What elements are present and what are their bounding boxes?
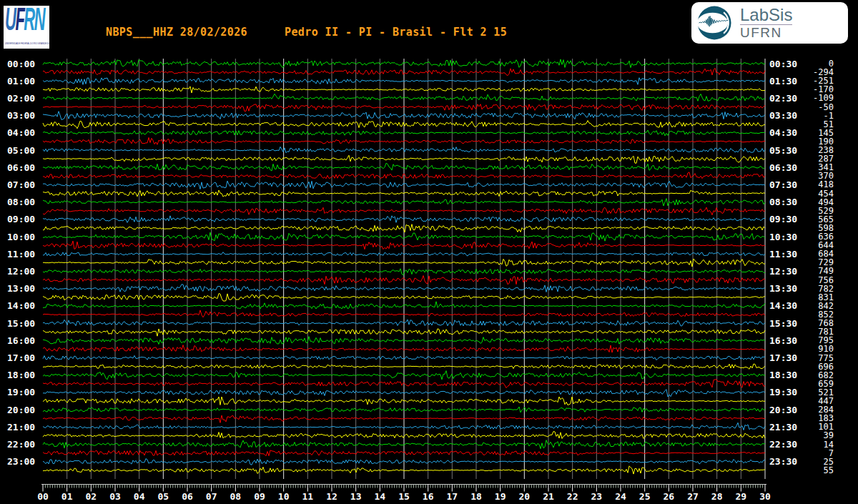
right-time-label: 14:30 [769,300,797,311]
left-time-label: 02:00 [7,93,35,104]
x-tick-label: 11 [302,491,314,502]
left-time-label: 09:00 [7,214,35,224]
x-tick-label: 05 [158,491,169,502]
left-time-label: 03:00 [7,110,35,121]
x-tick-label: 18 [470,491,482,502]
x-tick-label: 19 [495,491,506,502]
x-tick-label: 21 [543,491,554,502]
right-time-label: 23:30 [769,456,797,467]
right-time-label: 20:30 [769,405,797,415]
right-time-label: 13:30 [769,283,797,294]
x-tick-label: 04 [134,491,145,502]
x-tick-label: 15 [398,491,410,502]
right-time-label: 08:30 [769,197,797,207]
right-time-label: 06:30 [769,162,797,173]
x-tick-label: 03 [109,491,121,502]
left-time-label: 16:00 [7,335,35,346]
right-time-label: 15:30 [769,318,797,329]
x-tick-label: 07 [206,491,217,502]
x-tick-label: 12 [326,491,337,502]
x-tick-label: 24 [615,491,626,502]
left-time-label: 20:00 [7,405,35,415]
left-time-label: 13:00 [7,283,35,294]
x-tick-label: 17 [447,491,458,502]
left-time-label: 04:00 [7,127,35,138]
x-tick-label: 27 [687,491,699,502]
x-tick-label: 08 [230,491,242,502]
left-time-label: 00:00 [7,59,35,69]
x-tick-label: 22 [567,491,578,502]
left-time-label: 23:00 [7,456,35,467]
right-time-label: 21:30 [769,422,797,433]
left-time-label: 05:00 [7,145,35,156]
x-tick-label: 23 [591,491,603,502]
x-tick-label: 06 [182,491,193,502]
x-tick-label: 13 [350,491,362,502]
right-time-label: 04:30 [769,127,797,138]
right-time-label: 02:30 [769,93,797,104]
trace-amplitude-value: 55 [824,465,834,475]
left-time-label: 07:00 [7,179,35,190]
right-time-label: 01:30 [769,76,797,87]
left-time-label: 19:00 [7,387,35,397]
x-tick-label: 01 [61,491,73,502]
x-tick-label: 26 [664,491,675,502]
left-time-label: 15:00 [7,318,35,329]
right-time-label: 12:30 [769,266,797,277]
x-tick-label: 28 [711,491,723,502]
right-time-label: 22:30 [769,439,797,450]
left-time-label: 11:00 [7,249,35,260]
x-tick-label: 25 [639,491,651,502]
left-time-label: 06:00 [7,162,35,173]
x-tick-label: 16 [423,491,434,502]
right-time-label: 07:30 [769,179,797,190]
x-tick-label: 02 [86,491,97,502]
left-time-label: 12:00 [7,266,35,277]
x-tick-label: 29 [736,491,747,502]
right-time-label: 00:30 [769,59,797,69]
right-time-label: 18:30 [769,370,797,380]
x-tick-label: 10 [278,491,290,502]
helicorder-screen: UFRN UNIVERSIDADE FEDERAL DO RIO GRANDE … [0,0,858,504]
left-time-label: 21:00 [7,422,35,433]
x-tick-label: 14 [375,491,386,502]
right-time-label: 10:30 [769,232,797,242]
x-tick-label: 00 [37,491,49,502]
right-time-label: 05:30 [769,145,797,156]
x-tick-label: 09 [254,491,265,502]
left-time-label: 01:00 [7,76,35,87]
left-time-label: 17:00 [7,352,35,363]
right-time-label: 17:30 [769,352,797,363]
right-time-label: 09:30 [769,214,797,224]
right-time-label: 11:30 [769,249,797,260]
left-time-label: 22:00 [7,439,35,450]
right-time-label: 03:30 [769,110,797,121]
left-time-label: 08:00 [7,197,35,207]
x-tick-label: 20 [519,491,531,502]
right-time-label: 19:30 [769,387,797,397]
helicorder-plot: 0001020304050607080910111213141516171819… [0,0,858,504]
x-tick-label: 30 [759,491,771,502]
right-time-label: 16:30 [769,335,797,346]
left-time-label: 10:00 [7,232,35,242]
left-time-label: 18:00 [7,370,35,380]
left-time-label: 14:00 [7,300,35,311]
